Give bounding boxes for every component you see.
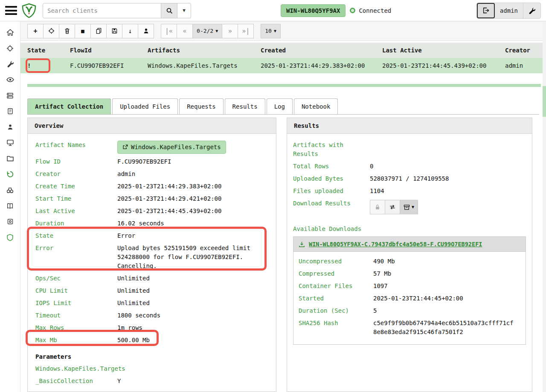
chevron-down-icon: ▼: [274, 29, 276, 33]
pagination-controls: |« « 0-2/2▼ » »|: [161, 24, 254, 38]
collected-artifacts-icon[interactable]: [3, 167, 18, 182]
overview-row: Start Time2025-01-23T21:44:29.421+02:00: [28, 193, 276, 205]
overview-row: Max Rows1m rows: [28, 322, 276, 334]
prev-page-icon: «: [183, 27, 187, 35]
splitter-bar[interactable]: [27, 84, 541, 87]
connection-status: Connected: [350, 7, 391, 14]
velociraptor-logo: [21, 3, 37, 18]
results-card: Results Artifacts with Results Total Row…: [287, 118, 532, 392]
copy-collection-button[interactable]: [90, 24, 107, 38]
creator-cell: admin: [498, 62, 543, 69]
download-box-header: WIN-WL80Q5YF9AX-C.79437dbfc4a50e58-F.CU9…: [293, 237, 526, 252]
vfs-icon[interactable]: [3, 151, 18, 166]
overview-row: Flow IDF.CU99O7EB92EFI: [28, 156, 276, 168]
scrollbar-thumb[interactable]: [543, 86, 546, 117]
trash-icon: [64, 28, 70, 34]
search-button[interactable]: [161, 3, 177, 18]
dashboard-icon[interactable]: [3, 72, 18, 87]
external-link-icon: [122, 144, 128, 150]
last-page-button[interactable]: »|: [238, 24, 254, 38]
server-events-icon[interactable]: [3, 88, 18, 103]
vertical-scrollbar[interactable]: [543, 21, 546, 392]
parameter-row: _BasicCollectionY: [28, 375, 276, 387]
download-detail-row: Container Files1097: [293, 280, 526, 292]
download-detail-row: Uncompressed490 Mb: [293, 255, 526, 268]
export-button[interactable]: ↓: [122, 24, 138, 38]
prepare-download-dropdown[interactable]: ▼: [400, 200, 418, 214]
tab-results[interactable]: Results: [225, 98, 265, 114]
top-bar: ▼ WIN-WL80Q5YF9AX Connected admin: [0, 0, 546, 21]
col-created[interactable]: Created: [254, 47, 375, 54]
overview-row: CPU LimitUnlimited: [28, 285, 276, 297]
flows-toolbar: + ■ ↓ |« « 0-2/2▼ » »| 10▼: [20, 21, 543, 41]
col-artifacts[interactable]: Artifacts: [141, 47, 254, 54]
assigned-user-button[interactable]: [138, 24, 154, 38]
artifact-names-row: Artifact Names Windows.KapeFiles.Targets: [28, 139, 276, 156]
logout-button[interactable]: [477, 3, 495, 18]
download-results-row: Download Results ▼: [287, 197, 532, 216]
first-page-button[interactable]: |«: [161, 24, 177, 38]
connected-dot-icon: [350, 8, 355, 13]
next-page-icon: »: [228, 27, 232, 35]
docs-icon[interactable]: [3, 198, 18, 213]
col-creator[interactable]: Creator: [498, 47, 543, 54]
available-downloads-heading: Available Downloads: [287, 216, 532, 236]
parameters-heading: Parameters: [28, 346, 276, 363]
client-search: ▼: [43, 3, 191, 18]
tab-log[interactable]: Log: [267, 98, 293, 114]
download-file-icon: [299, 241, 305, 248]
overview-row: IOPS LimitUnlimited: [28, 297, 276, 309]
chevron-down-icon: ▼: [215, 29, 218, 33]
stop-icon: ■: [81, 28, 84, 34]
next-page-button[interactable]: »: [222, 24, 238, 38]
connection-status-label: Connected: [359, 7, 391, 14]
password-protect-button[interactable]: [370, 200, 385, 214]
col-state[interactable]: State: [20, 47, 63, 54]
hunts-icon[interactable]: [3, 40, 18, 56]
search-options-dropdown[interactable]: ▼: [177, 3, 191, 18]
client-events-icon[interactable]: [3, 182, 18, 198]
flow-row-selected[interactable]: ! F.CU99O7EB92EFI Windows.KapeFiles.Targ…: [20, 58, 543, 73]
col-last-active[interactable]: Last Active: [375, 47, 498, 54]
overview-row: Last Active2025-01-23T21:44:45.439+02:00: [28, 205, 276, 217]
download-archive-link[interactable]: WIN-WL80Q5YF9AX-C.79437dbfc4a50e58-F.CU9…: [309, 241, 482, 248]
page-range-dropdown[interactable]: 0-2/2▼: [192, 24, 222, 38]
host-info-icon[interactable]: [3, 135, 18, 150]
artifacts-icon[interactable]: [3, 56, 18, 72]
user-settings-button[interactable]: [523, 3, 540, 18]
state-row: StateError: [28, 230, 276, 242]
cancel-collection-button[interactable]: ■: [75, 24, 91, 38]
users-icon[interactable]: [3, 119, 18, 135]
add-to-hunt-button[interactable]: [43, 24, 59, 38]
chevron-down-icon: ▼: [412, 205, 414, 209]
tab-uploaded-files[interactable]: Uploaded Files: [112, 98, 178, 114]
tab-artifact-collection[interactable]: Artifact Collection: [27, 98, 111, 114]
search-input[interactable]: [43, 3, 161, 18]
flow-id-cell: F.CU99O7EB92EFI: [63, 62, 141, 69]
wrench-icon: [529, 7, 535, 14]
flow-detail-content: Overview Artifact Names Windows.KapeFile…: [27, 118, 532, 392]
new-collection-button[interactable]: +: [27, 24, 44, 38]
overview-card: Overview Artifact Names Windows.KapeFile…: [27, 118, 276, 392]
search-icon: [166, 7, 173, 14]
overview-row: Ops/SecUnlimited: [28, 272, 276, 285]
col-flowid[interactable]: FlowId: [63, 47, 141, 54]
hamburger-menu-icon[interactable]: [5, 6, 17, 15]
snapshot-icon[interactable]: [3, 214, 18, 229]
client-id-badge[interactable]: WIN-WL80Q5YF9AX: [281, 4, 346, 17]
home-icon[interactable]: [3, 25, 18, 40]
created-cell: 2025-01-23T21:44:29.383+02:00: [254, 62, 375, 69]
tab-requests[interactable]: Requests: [179, 98, 223, 114]
page-size-dropdown[interactable]: 10▼: [261, 24, 281, 38]
prev-page-button[interactable]: «: [177, 24, 193, 38]
save-collection-button[interactable]: [106, 24, 122, 38]
parameter-row: Windows.KapeFiles.Targets: [28, 363, 276, 375]
artifact-link-button[interactable]: Windows.KapeFiles.Targets: [117, 141, 226, 154]
results-row: Files uploaded1104: [287, 185, 532, 197]
expand-sparse-button[interactable]: [385, 200, 400, 214]
shield-icon[interactable]: [3, 230, 18, 245]
delete-collection-button[interactable]: [59, 24, 75, 38]
overview-row: Timeout1800 seconds: [28, 309, 276, 322]
tab-notebook[interactable]: Notebook: [294, 98, 338, 114]
server-artifacts-icon[interactable]: [3, 104, 18, 119]
